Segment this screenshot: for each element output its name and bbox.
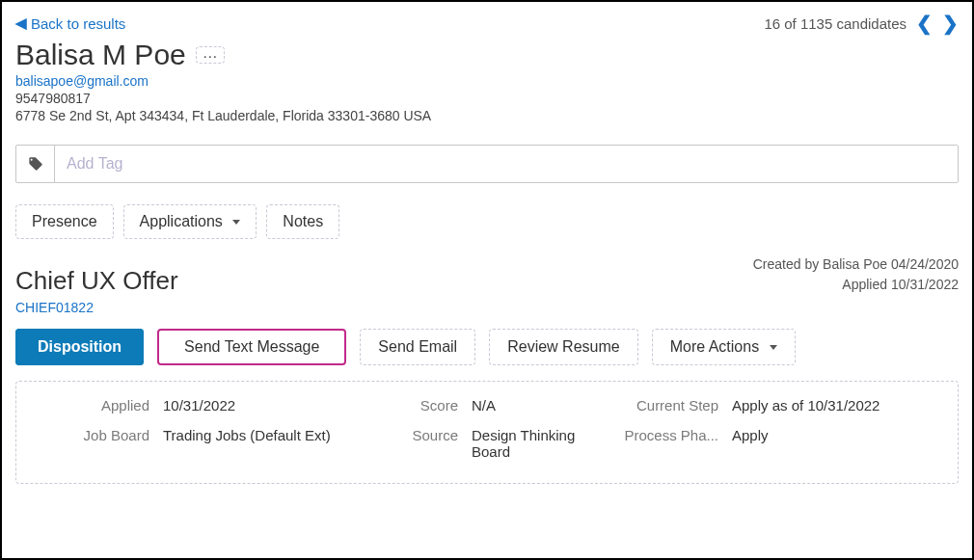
tag-icon [16,146,55,182]
score-label: Score [365,397,462,413]
chevron-left-icon: ◀ [15,14,27,32]
tab-applications-label: Applications [140,213,223,229]
send-email-button[interactable]: Send Email [360,329,475,365]
next-candidate-button[interactable]: ❯ [942,13,959,33]
job-board-value: Trading Jobs (Default Ext) [163,427,356,443]
current-step-label: Current Step [597,397,722,413]
applied-value: 10/31/2022 [163,397,356,413]
source-value: Design Thinking Board [472,427,587,460]
back-label: Back to results [31,15,125,32]
prev-candidate-button[interactable]: ❮ [916,13,933,33]
candidate-email-link[interactable]: balisapoe@gmail.com [15,73,149,89]
process-phase-value: Apply [732,427,946,443]
candidate-more-menu-button[interactable]: … [196,46,225,64]
review-resume-button[interactable]: Review Resume [489,329,637,365]
send-text-message-button[interactable]: Send Text Message [157,329,346,365]
job-board-label: Job Board [28,427,153,443]
created-by-text: Created by Balisa Poe 04/24/2020 [753,254,959,275]
source-label: Source [365,427,462,443]
more-actions-label: More Actions [670,338,759,355]
candidate-count-text: 16 of 1135 candidates [764,15,906,32]
more-actions-button[interactable]: More Actions [652,329,796,365]
applied-label: Applied [28,397,153,413]
candidate-address: 6778 Se 2nd St, Apt 343434, Ft Lauderdal… [15,108,959,123]
candidate-phone: 9547980817 [15,91,959,106]
job-id-link[interactable]: CHIEF01822 [15,300,94,315]
chevron-down-icon [770,345,777,350]
candidate-name: Balisa M Poe [15,39,186,71]
applied-date-text: Applied 10/31/2022 [753,275,959,295]
back-to-results-link[interactable]: ◀ Back to results [15,14,125,32]
process-phase-label: Process Pha... [597,427,722,443]
chevron-down-icon [232,220,240,225]
disposition-button[interactable]: Disposition [15,329,144,365]
tab-notes[interactable]: Notes [266,204,339,239]
score-value: N/A [472,397,587,413]
tab-presence[interactable]: Presence [15,204,114,239]
add-tag-input[interactable] [55,146,958,182]
current-step-value: Apply as of 10/31/2022 [732,397,946,413]
tab-applications[interactable]: Applications [123,204,257,239]
application-details-panel: Applied 10/31/2022 Score N/A Current Ste… [15,381,959,484]
